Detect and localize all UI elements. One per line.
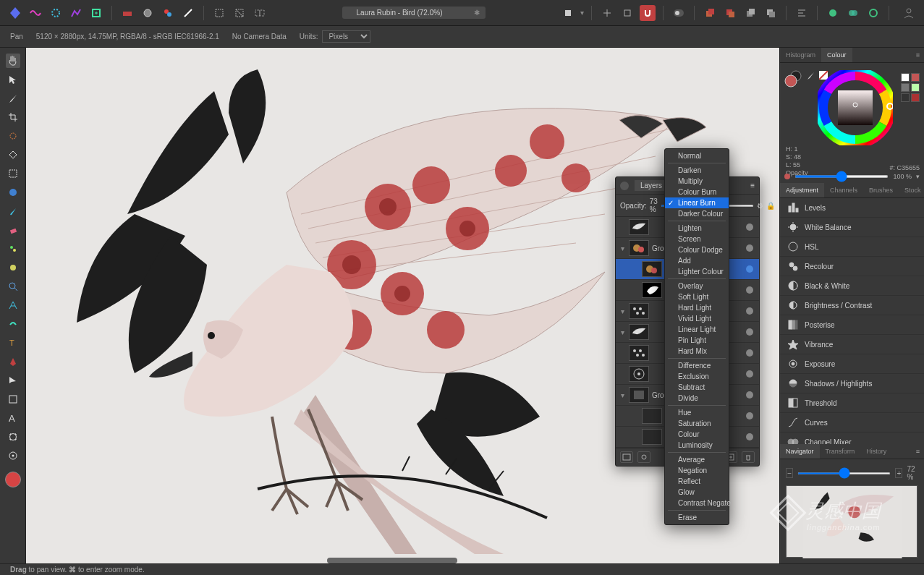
color-swatch[interactable] — [5, 472, 21, 487]
picker-icon[interactable] — [806, 70, 816, 80]
zoom-out-button[interactable]: − — [786, 468, 793, 478]
expand-arrow-icon[interactable]: ▾ — [619, 307, 626, 315]
adjustment-shadows-highlights[interactable]: Shadows / Highlights — [780, 374, 924, 393]
blend-mode-glow[interactable]: Glow — [665, 487, 729, 498]
navigator-thumbnail[interactable] — [786, 485, 917, 558]
move-tool-icon[interactable] — [6, 72, 20, 87]
units-select[interactable]: Pixels — [322, 30, 370, 43]
tool-icon-4[interactable] — [180, 5, 196, 21]
blend-mode-subtract[interactable]: Subtract — [665, 382, 729, 393]
blend-mode-darker-colour[interactable]: Darker Colour — [665, 208, 729, 219]
adjustment-vibrance[interactable]: Vibrance — [780, 335, 924, 354]
expand-arrow-icon[interactable]: ▾ — [619, 391, 626, 399]
pan-tool-icon[interactable] — [6, 54, 20, 68]
fg-bg-swatch-icon[interactable] — [784, 70, 802, 88]
zoom-tool-icon[interactable] — [6, 279, 20, 294]
visibility-toggle[interactable] — [746, 223, 753, 231]
pen-tool-icon[interactable] — [6, 354, 20, 369]
marquee-tool-icon[interactable] — [6, 166, 20, 181]
app-logo-icon[interactable] — [7, 5, 23, 21]
persona-liquify-icon[interactable] — [27, 5, 43, 21]
blend-gear-icon[interactable]: ⚙ — [757, 202, 763, 210]
art-text-icon[interactable]: A — [6, 411, 20, 425]
adjustment-recolour[interactable]: Recolour — [780, 257, 924, 276]
tool-icon-1[interactable] — [119, 5, 135, 21]
account-icon[interactable] — [901, 5, 917, 21]
swatch[interactable] — [911, 93, 920, 102]
selection-icon-1[interactable] — [211, 5, 227, 21]
blend-mode-saturation[interactable]: Saturation — [665, 418, 729, 429]
blend-mode-exclusion[interactable]: Exclusion — [665, 371, 729, 382]
horizontal-scrollbar[interactable] — [327, 558, 457, 563]
arrange-icon-2[interactable] — [722, 5, 738, 21]
swatch[interactable] — [911, 73, 920, 82]
layer-opacity-value[interactable]: 73 % — [650, 197, 658, 213]
adjustment-levels[interactable]: Levels — [780, 198, 924, 218]
visibility-toggle[interactable] — [746, 265, 753, 273]
tab-history[interactable]: History — [860, 444, 892, 459]
blend-mode-screen[interactable]: Screen — [665, 234, 729, 244]
tab-navigator[interactable]: Navigator — [780, 444, 820, 459]
blend-mode-hard-mix[interactable]: Hard Mix — [665, 346, 729, 357]
text-tool-icon[interactable] — [6, 298, 20, 312]
ops-icon-1[interactable] — [825, 5, 841, 21]
adjustment-hsl[interactable]: HSL — [780, 237, 924, 257]
swatch[interactable] — [911, 83, 920, 92]
blend-mode-average[interactable]: Average — [665, 454, 729, 465]
zoom-slider[interactable] — [797, 472, 891, 474]
visibility-toggle[interactable] — [746, 391, 753, 399]
view-mode-icon[interactable] — [560, 5, 576, 21]
adjustment-channel-mixer[interactable]: Channel Mixer — [780, 433, 924, 444]
swatch[interactable] — [901, 93, 910, 102]
snap-icon-2[interactable] — [619, 5, 635, 21]
blend-mode-lighten[interactable]: Lighten — [665, 223, 729, 234]
heal-tool-icon[interactable] — [6, 317, 20, 331]
close-panel-button[interactable] — [620, 182, 629, 190]
mesh-tool-icon[interactable] — [6, 430, 20, 444]
expand-arrow-icon[interactable]: ▾ — [619, 328, 626, 336]
snap-magnet-icon[interactable] — [640, 5, 656, 21]
ops-icon-3[interactable] — [865, 5, 881, 21]
adjustment-black-white[interactable]: Black & White — [780, 276, 924, 296]
visibility-toggle[interactable] — [746, 433, 753, 440]
blend-mode-hue[interactable]: Hue — [665, 407, 729, 418]
delete-layer-button[interactable] — [742, 451, 755, 463]
blend-mode-divide[interactable]: Divide — [665, 393, 729, 404]
blend-mode-negation[interactable]: Negation — [665, 465, 729, 476]
zoom-in-button[interactable]: + — [895, 468, 902, 478]
selection-icon-3[interactable] — [252, 5, 268, 21]
swatch[interactable] — [901, 83, 910, 92]
erase-tool-icon[interactable] — [6, 223, 20, 237]
visibility-toggle[interactable] — [746, 349, 753, 357]
blend-mode-luminosity[interactable]: Luminosity — [665, 440, 729, 451]
chevron-down-icon[interactable]: ▾ — [916, 173, 920, 180]
panel-menu-icon[interactable]: ≡ — [750, 182, 755, 189]
hex-value[interactable]: C35655 — [897, 164, 920, 171]
expand-arrow-icon[interactable]: ▾ — [619, 244, 626, 252]
flood-tool-icon[interactable] — [6, 148, 20, 162]
brush-tool-icon[interactable] — [6, 91, 20, 106]
arrange-icon-4[interactable] — [763, 5, 779, 21]
visibility-toggle[interactable] — [746, 328, 753, 336]
adjustment-white-balance[interactable]: White Balance — [780, 218, 924, 237]
zoom-value[interactable]: 72 % — [907, 465, 918, 481]
lock-icon[interactable]: 🔒 — [766, 202, 775, 210]
opacity-slider[interactable] — [794, 175, 889, 178]
tab-stock[interactable]: Stock — [899, 183, 924, 197]
blend-mode-hard-light[interactable]: Hard Light — [665, 302, 729, 313]
tab-channels[interactable]: Channels — [824, 183, 863, 197]
blend-mode-reflect[interactable]: Reflect — [665, 476, 729, 487]
frame-text-icon[interactable]: T — [6, 336, 20, 350]
snap-icon-1[interactable] — [599, 5, 615, 21]
document-title[interactable]: Laura Rubin - Bird (72.0%) ✱ — [342, 7, 486, 19]
visibility-toggle[interactable] — [746, 370, 753, 378]
tool-icon-2[interactable] — [140, 5, 156, 21]
blend-mode-normal[interactable]: Normal — [665, 150, 729, 161]
tab-transform[interactable]: Transform — [820, 444, 861, 459]
tab-brushes[interactable]: Brushes — [863, 183, 899, 197]
blend-mode-add[interactable]: Add — [665, 255, 729, 266]
swatch[interactable] — [901, 73, 910, 82]
panel-menu-icon[interactable]: ≡ — [912, 444, 924, 459]
paint-tool-icon[interactable] — [6, 204, 20, 218]
persona-develop-icon[interactable] — [48, 5, 64, 21]
